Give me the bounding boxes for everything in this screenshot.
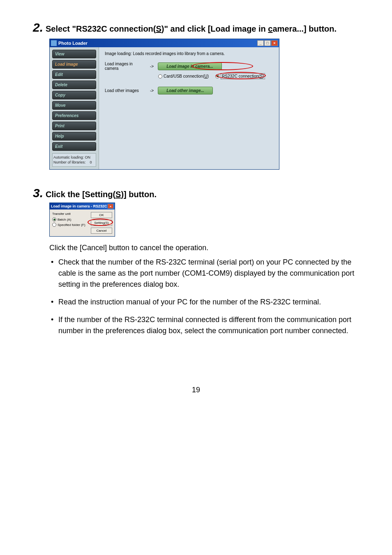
- sidebar-item-preferences[interactable]: Preferences: [52, 111, 96, 120]
- step-3-text-s: S: [115, 190, 121, 199]
- sidebar-item-exit[interactable]: Exit: [52, 142, 96, 151]
- step-2: 2. Select "RS232C connection(S)" and cli…: [33, 21, 359, 170]
- row-load-camera: Load images in camera -> Load image in c…: [105, 62, 273, 71]
- pane-description: Image loading: Loads recorded images int…: [105, 51, 273, 56]
- step-3: 3. Click the [Setting(S)] button. Load i…: [33, 186, 359, 336]
- step-2-text-d: amera...] button.: [272, 24, 337, 33]
- radio-batch-label: Batch (A): [58, 218, 71, 221]
- radio-specified-folder[interactable]: Specified folder (F): [52, 223, 88, 227]
- sidebar-status: Automatic loading: ON Number of librarie…: [52, 153, 96, 167]
- step-3-text: Click the [Setting(S)] button.: [46, 189, 157, 200]
- status-auto-label: Automatic loading:: [53, 155, 84, 159]
- app-icon: [51, 40, 57, 46]
- sidebar-item-help[interactable]: Help: [52, 132, 96, 140]
- radio-folder-label: Specified folder (F): [58, 223, 85, 227]
- maximize-button[interactable]: □: [264, 40, 271, 46]
- radio-icon: [52, 223, 56, 227]
- radio-card-usb-label: Card/USB connection(U): [164, 74, 209, 78]
- close-button[interactable]: ×: [271, 40, 278, 46]
- load-other-image-button[interactable]: Load other image...: [158, 87, 213, 94]
- bullet-item: If the number of the RS-232C terminal co…: [49, 314, 359, 336]
- sidebar-item-view[interactable]: View: [52, 50, 96, 58]
- status-auto-value: ON: [85, 155, 91, 159]
- bullet-list: Check that the number of the RS-232C ter…: [49, 257, 359, 336]
- transfer-unit-label: Transfer unit: [52, 212, 88, 216]
- bullet-item: Read the instruction manual of your PC f…: [49, 297, 359, 308]
- radio-rs232c[interactable]: RS232C connection(S): [215, 73, 265, 79]
- page-number: 19: [33, 386, 359, 394]
- ok-button[interactable]: OK: [91, 212, 112, 218]
- radio-icon: [52, 217, 56, 221]
- radio-rs232c-label: RS232C connection(S): [221, 73, 265, 79]
- sidebar-item-edit[interactable]: Edit: [52, 70, 96, 79]
- step-3-number: 3.: [33, 186, 43, 200]
- row-load-other-label: Load other images: [105, 88, 146, 93]
- dialog-title: Load image in camera - RS232C: [51, 204, 107, 208]
- window-controls: _ □ ×: [257, 40, 278, 46]
- radio-icon: [215, 74, 219, 78]
- cancel-button[interactable]: Cancel: [91, 228, 112, 234]
- sidebar-item-delete[interactable]: Delete: [52, 81, 96, 89]
- radio-batch[interactable]: Batch (A): [52, 217, 88, 221]
- radio-icon: [158, 74, 162, 78]
- status-lib-label: Number of libraries:: [53, 160, 86, 164]
- bullet-item: Check that the number of the RS-232C ter…: [49, 257, 359, 290]
- arrow-icon: ->: [150, 88, 154, 93]
- step-2-heading: 2. Select "RS232C connection(S)" and cli…: [33, 21, 359, 35]
- step-2-text: Select "RS232C connection(S)" and click …: [46, 23, 337, 35]
- sidebar-item-move[interactable]: Move: [52, 101, 96, 110]
- step-3-text-a: Click the [Setting(: [46, 190, 115, 199]
- step-3-body: Click the [Cancel] button to cancel the …: [49, 242, 359, 336]
- cancel-instruction: Click the [Cancel] button to cancel the …: [49, 242, 359, 253]
- dialog-close-button[interactable]: ×: [108, 204, 113, 209]
- row-load-camera-label: Load images in camera: [105, 62, 146, 71]
- photo-loader-window: Photo Loader _ □ × View Load image Edit …: [49, 39, 279, 170]
- dialog-transfer-unit: Transfer unit Batch (A) Specified folder…: [52, 212, 88, 234]
- step-2-number: 2.: [33, 21, 43, 35]
- connection-radio-group: Card/USB connection(U) RS232C connection…: [158, 73, 273, 79]
- minimize-button[interactable]: _: [257, 40, 264, 46]
- status-lib-value: 0: [90, 160, 92, 164]
- load-image-dialog: Load image in camera - RS232C × Transfer…: [49, 203, 115, 237]
- radio-card-usb[interactable]: Card/USB connection(U): [158, 74, 209, 78]
- window-title: Photo Loader: [58, 41, 88, 46]
- step-2-text-s: S: [156, 24, 161, 33]
- setting-button[interactable]: Setting(S): [91, 220, 112, 226]
- step-3-text-b: )] button.: [121, 190, 157, 199]
- step-2-text-b: )" and click [Load image in: [161, 24, 268, 33]
- dialog-titlebar[interactable]: Load image in camera - RS232C ×: [50, 203, 115, 210]
- step-3-heading: 3. Click the [Setting(S)] button.: [33, 186, 359, 200]
- step-2-text-c: c: [268, 24, 272, 33]
- step-2-text-a: Select "RS232C connection(: [46, 24, 156, 33]
- arrow-icon: ->: [150, 64, 154, 69]
- sidebar-item-copy[interactable]: Copy: [52, 91, 96, 99]
- sidebar-item-load-image[interactable]: Load image: [52, 60, 96, 69]
- main-pane: Image loading: Loads recorded images int…: [99, 47, 279, 169]
- window-titlebar[interactable]: Photo Loader _ □ ×: [50, 39, 279, 47]
- load-image-in-camera-button[interactable]: Load image in camera...: [158, 62, 221, 70]
- sidebar: View Load image Edit Delete Copy Move Pr…: [50, 47, 99, 169]
- row-load-other: Load other images -> Load other image...: [105, 87, 273, 94]
- sidebar-item-print[interactable]: Print: [52, 122, 96, 130]
